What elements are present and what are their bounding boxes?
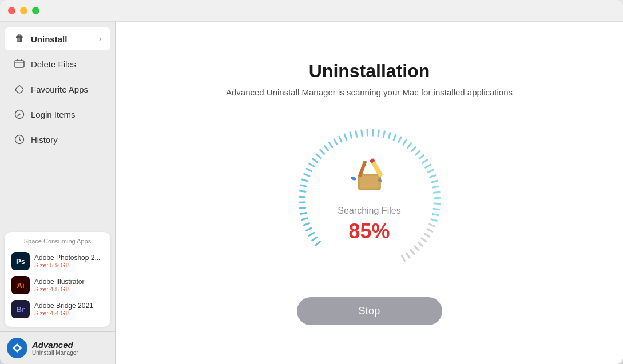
- svg-line-57: [425, 165, 430, 167]
- app-window: 🗑 Uninstall › Delete Files: [0, 0, 623, 364]
- svg-line-23: [300, 213, 306, 214]
- svg-line-48: [388, 133, 390, 138]
- ai-icon: Ai: [11, 276, 30, 294]
- svg-line-12: [418, 242, 423, 246]
- svg-line-62: [434, 192, 439, 193]
- sidebar-item-label: History: [31, 135, 58, 145]
- svg-line-56: [422, 160, 427, 163]
- sidebar-item-history[interactable]: History: [5, 128, 110, 151]
- svg-line-65: [433, 209, 439, 209]
- svg-line-35: [320, 150, 324, 154]
- ps-info: Adobe Photoshop 2... Size: 5.9 GB: [34, 254, 100, 269]
- content-area: 🗑 Uninstall › Delete Files: [0, 22, 623, 364]
- login-items-icon: [14, 109, 25, 120]
- sidebar-item-uninstall[interactable]: 🗑 Uninstall ›: [5, 27, 110, 50]
- svg-line-39: [339, 137, 341, 142]
- uninstall-icon: 🗑: [14, 33, 25, 45]
- svg-line-67: [431, 219, 437, 221]
- ps-size: Size: 5.9 GB: [34, 262, 100, 269]
- svg-point-74: [350, 176, 356, 181]
- close-button[interactable]: [8, 7, 15, 14]
- maximize-button[interactable]: [32, 7, 39, 14]
- list-item: Ai Adobe Illustrator Size: 4.5 GB: [10, 273, 105, 297]
- svg-line-16: [402, 256, 404, 261]
- svg-line-47: [383, 131, 384, 137]
- svg-line-52: [407, 143, 411, 148]
- list-item: Ps Adobe Photoshop 2... Size: 5.9 GB: [10, 249, 105, 273]
- chevron-right-icon: ›: [99, 35, 101, 43]
- progress-center: Searching Files 85%: [338, 157, 400, 243]
- svg-line-17: [315, 242, 320, 245]
- svg-rect-0: [15, 61, 24, 67]
- svg-line-50: [398, 137, 400, 142]
- ai-size: Size: 4.5 GB: [34, 286, 84, 293]
- progress-container: Searching Files 85%: [289, 120, 450, 280]
- svg-line-30: [304, 174, 309, 177]
- svg-line-37: [329, 142, 332, 147]
- svg-line-32: [309, 163, 314, 166]
- svg-line-43: [361, 130, 362, 136]
- svg-line-9: [427, 229, 432, 232]
- svg-line-60: [431, 181, 437, 182]
- sidebar-item-label: Favourite Apps: [31, 85, 88, 94]
- space-consuming-card: Space Consuming Apps Ps Adobe Photoshop …: [5, 232, 110, 327]
- svg-rect-69: [360, 176, 379, 189]
- svg-line-59: [430, 175, 435, 178]
- svg-line-27: [300, 191, 305, 191]
- delete-files-icon: [14, 58, 25, 70]
- percent-label: 85%: [348, 219, 390, 243]
- svg-line-31: [306, 169, 311, 171]
- svg-line-51: [403, 140, 406, 145]
- sidebar: 🗑 Uninstall › Delete Files: [0, 22, 116, 364]
- sidebar-item-label: Uninstall: [31, 34, 67, 44]
- svg-line-22: [301, 218, 307, 220]
- searching-label: Searching Files: [338, 206, 400, 216]
- main-content: Uninstallation Advanced Uninstall Manage…: [116, 22, 623, 364]
- svg-line-29: [302, 179, 308, 181]
- brand-sub: Uninstall Manager: [32, 350, 78, 356]
- ps-icon: Ps: [11, 252, 30, 270]
- minimize-button[interactable]: [20, 7, 27, 14]
- brand-bar: Advanced Uninstall Manager: [0, 331, 115, 364]
- svg-line-64: [434, 203, 439, 204]
- svg-line-49: [394, 135, 396, 140]
- svg-line-61: [432, 186, 438, 187]
- svg-point-7: [15, 346, 19, 350]
- page-subtitle: Advanced Uninstall Manager is scanning y…: [226, 87, 513, 97]
- ai-name: Adobe Illustrator: [34, 278, 84, 286]
- svg-line-33: [312, 159, 317, 162]
- svg-line-28: [300, 185, 306, 186]
- svg-line-42: [355, 131, 356, 137]
- ps-name: Adobe Photoshop 2...: [34, 254, 100, 262]
- brand-icon: [7, 338, 27, 358]
- svg-line-10: [424, 234, 430, 237]
- app-logo-icon: [350, 157, 390, 202]
- svg-line-66: [432, 214, 438, 215]
- svg-line-21: [304, 223, 309, 226]
- svg-line-20: [306, 228, 311, 230]
- svg-line-46: [378, 130, 379, 136]
- titlebar: [0, 0, 623, 22]
- sidebar-item-label: Delete Files: [31, 59, 76, 69]
- sidebar-item-label: Login Items: [31, 110, 76, 119]
- br-icon: Br: [11, 300, 30, 318]
- history-icon: [14, 134, 25, 145]
- svg-line-8: [429, 224, 434, 226]
- stop-button[interactable]: Stop: [297, 297, 442, 325]
- svg-line-58: [428, 170, 433, 172]
- br-size: Size: 4.4 GB: [34, 310, 93, 317]
- brand-name: Advanced: [32, 340, 78, 350]
- svg-line-14: [410, 250, 414, 254]
- svg-line-38: [334, 139, 336, 145]
- svg-line-54: [415, 151, 419, 155]
- favourite-apps-icon: [14, 83, 25, 95]
- space-consuming-title: Space Consuming Apps: [10, 238, 105, 245]
- sidebar-item-delete-files[interactable]: Delete Files: [5, 53, 110, 75]
- sidebar-item-favourite-apps[interactable]: Favourite Apps: [5, 78, 110, 101]
- list-item: Br Adobe Bridge 2021 Size: 4.4 GB: [10, 297, 105, 321]
- svg-line-36: [324, 146, 328, 151]
- svg-point-5: [19, 114, 21, 115]
- svg-line-19: [309, 233, 314, 235]
- ai-info: Adobe Illustrator Size: 4.5 GB: [34, 278, 84, 293]
- sidebar-item-login-items[interactable]: Login Items: [5, 103, 110, 126]
